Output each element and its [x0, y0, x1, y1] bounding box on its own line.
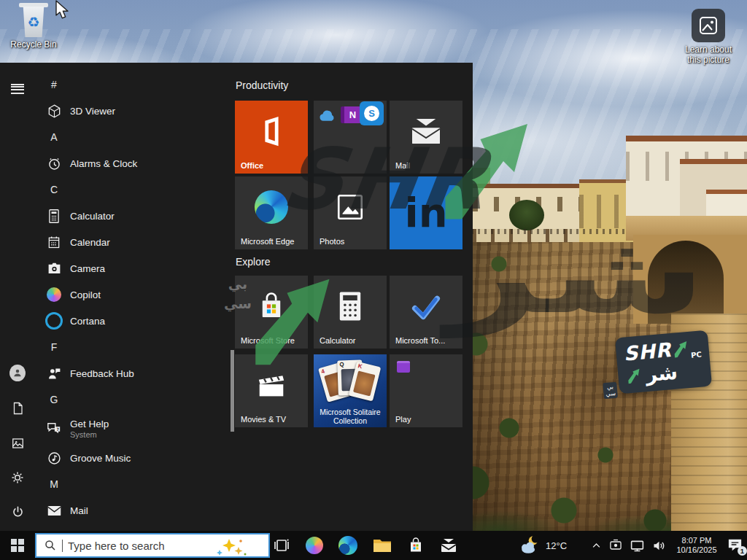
- app-label: Cortana: [70, 316, 105, 327]
- documents-button[interactable]: [9, 400, 26, 416]
- tile-label: Microsoft Edge: [241, 237, 294, 246]
- app-list-scrollbar[interactable]: [231, 350, 234, 432]
- tile-movies-tv[interactable]: Movies & TV: [235, 354, 308, 427]
- todo-check-icon: [390, 276, 462, 337]
- tile-group-label-explore: Explore: [236, 256, 270, 268]
- power-icon: [11, 505, 25, 519]
- tile-microsoft-store[interactable]: Microsoft Store: [235, 276, 308, 349]
- tile-label: Microsoft Solitaire Collection: [315, 408, 385, 425]
- get-help-icon: ?: [45, 421, 63, 436]
- tile-microsoft-edge[interactable]: Microsoft Edge: [235, 176, 308, 249]
- svg-text:?: ?: [57, 427, 60, 432]
- app-label: Mail: [70, 505, 88, 516]
- tile-microsoft-todo[interactable]: Microsoft To...: [390, 276, 462, 349]
- app-label: Feedback Hub: [70, 368, 134, 379]
- app-item-copilot[interactable]: Copilot: [35, 281, 231, 308]
- tile-solitaire[interactable]: 4 Q K Microsoft Solitaire Collection: [314, 354, 387, 427]
- photos-icon: [314, 176, 387, 238]
- app-item-camera[interactable]: Camera: [35, 255, 231, 281]
- feedback-hub-icon: [45, 366, 63, 381]
- onedrive-icon: [318, 109, 337, 122]
- badge-arabic-text: شر: [645, 360, 678, 386]
- tile-linkedin[interactable]: in: [390, 176, 462, 249]
- calculator-tile-icon: [314, 276, 387, 337]
- taskbar-search[interactable]: [35, 533, 270, 558]
- gear-icon: [10, 470, 25, 485]
- desktop-icon-recycle-bin[interactable]: ♻ Recycle Bin: [6, 3, 61, 50]
- card-rank: 4: [320, 368, 325, 376]
- app-item-groove-music[interactable]: Groove Music: [35, 445, 231, 471]
- linkedin-glyph: in: [404, 192, 447, 233]
- edge-icon: [235, 176, 308, 238]
- app-list-header: M: [45, 471, 63, 497]
- app-item-feedback-hub[interactable]: Feedback Hub: [35, 360, 231, 386]
- app-item-calendar[interactable]: Calendar: [35, 229, 231, 255]
- settings-button[interactable]: [9, 470, 26, 486]
- app-list-header: G: [45, 386, 63, 413]
- avatar: [9, 365, 26, 381]
- app-label: Copilot: [70, 289, 101, 300]
- tray-volume-icon[interactable]: [651, 538, 667, 553]
- tray-cast-icon[interactable]: [608, 538, 623, 553]
- app-label: 3D Viewer: [70, 106, 115, 117]
- picture-info-icon: [692, 9, 725, 42]
- tray-network-icon[interactable]: [630, 538, 645, 553]
- calendar-icon: [45, 235, 63, 249]
- store-icon: [235, 276, 308, 337]
- learn-label-line2: this picture: [685, 55, 732, 65]
- camera-icon: [45, 262, 63, 275]
- tile-label: Play: [395, 415, 411, 424]
- calculator-icon: [45, 209, 63, 224]
- tile-calculator[interactable]: Calculator: [314, 276, 387, 349]
- tile-office[interactable]: Office: [235, 101, 308, 174]
- copilot-taskbar-button[interactable]: [306, 537, 323, 554]
- app-item-calculator[interactable]: Calculator: [35, 203, 231, 229]
- tray-chevron-up-button[interactable]: [591, 540, 602, 551]
- tile-photos[interactable]: Photos: [314, 176, 387, 249]
- tile-group-label-productivity: Productivity: [236, 79, 288, 91]
- mail-taskbar-button[interactable]: [440, 538, 457, 553]
- tile-mail[interactable]: Mail: [390, 101, 462, 174]
- app-list-header: F: [45, 334, 63, 360]
- start-button[interactable]: [0, 531, 35, 560]
- user-account-button[interactable]: [9, 365, 26, 381]
- recycle-bin-label: Recycle Bin: [10, 39, 56, 50]
- badge-pc-text: PC: [691, 350, 703, 359]
- app-label: Calculator: [70, 211, 115, 222]
- power-button[interactable]: [9, 504, 26, 520]
- weather-temp: 12°C: [546, 540, 567, 551]
- skype-icon: S: [360, 101, 384, 125]
- task-view-button[interactable]: [273, 537, 290, 554]
- app-item-cortana[interactable]: Cortana: [35, 308, 231, 334]
- notification-center-button[interactable]: 1: [727, 537, 744, 554]
- app-item-3d-viewer[interactable]: 3D Viewer: [35, 98, 231, 124]
- pictures-button[interactable]: [9, 435, 26, 451]
- app-label: Calendar: [70, 237, 110, 248]
- notification-badge: 1: [738, 546, 747, 556]
- badge-arrow-icon: [625, 367, 643, 384]
- store-taskbar-button[interactable]: [407, 537, 425, 554]
- mail-tile-icon: [390, 101, 462, 162]
- app-list-header: C: [45, 176, 63, 203]
- badge-arrow-icon: [670, 339, 689, 358]
- tile-folder-onedrive-onenote-skype[interactable]: N S: [314, 101, 387, 174]
- app-list-header: #: [45, 71, 63, 98]
- app-item-get-help[interactable]: ? Get Help System: [35, 413, 231, 445]
- pictures-icon: [11, 437, 25, 450]
- tile-play[interactable]: Play: [390, 354, 462, 427]
- weather-widget[interactable]: 12°C: [519, 531, 567, 560]
- desktop-icon-learn-about-picture[interactable]: Learn about this picture: [677, 9, 740, 65]
- shr-pc-logo-badge: SHR PC شر بي سي: [615, 330, 712, 394]
- file-explorer-button[interactable]: [373, 537, 392, 553]
- search-icon: [44, 539, 57, 552]
- 3d-viewer-icon: [45, 104, 63, 119]
- menu-expand-button[interactable]: [9, 77, 26, 93]
- app-label: Camera: [70, 263, 105, 274]
- edge-taskbar-button[interactable]: [338, 536, 357, 555]
- clock-time: 8:07 PM: [673, 536, 720, 545]
- groove-music-icon: [45, 451, 63, 466]
- app-item-mail[interactable]: Mail: [35, 497, 231, 524]
- start-menu: # 3D Viewer A Alarms & Clock C Calculato…: [0, 63, 473, 531]
- taskbar-clock[interactable]: 8:07 PM 10/16/2025: [673, 536, 720, 555]
- app-item-alarms-clock[interactable]: Alarms & Clock: [35, 150, 231, 176]
